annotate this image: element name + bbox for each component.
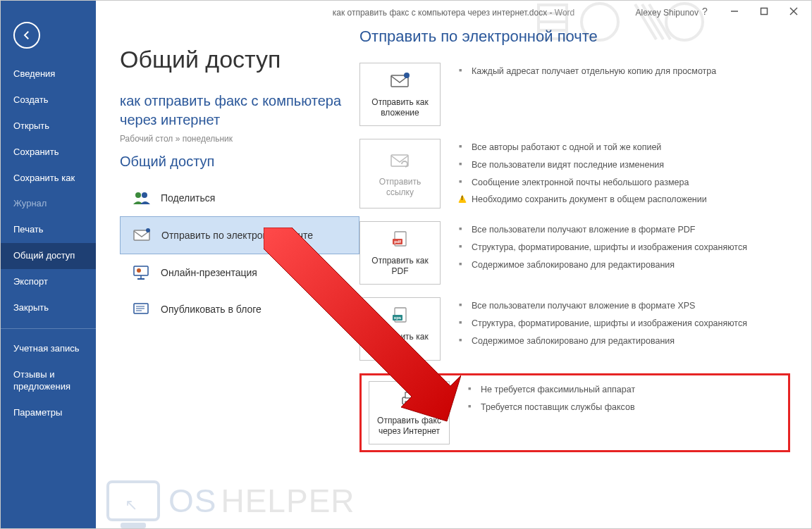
sidebar-item-close[interactable]: Закрыть <box>1 295 96 321</box>
minimize-button[interactable] <box>720 1 749 22</box>
people-icon-wrap <box>130 189 154 206</box>
bullet-item: Все пользователи видят последние изменен… <box>459 156 790 174</box>
share-option-online[interactable]: Онлайн-презентация <box>120 254 359 291</box>
send-option-row-fax: Отправить факс через ИнтернетНе требуетс… <box>359 373 790 452</box>
bullet-item: Содержимое заблокировано для редактирова… <box>459 256 790 274</box>
svg-text:pdf: pdf <box>394 239 401 244</box>
sidebar-item-account[interactable]: Учетная запись <box>1 336 96 362</box>
share-option-label: Поделиться <box>161 192 215 204</box>
bullet-warning: Необходимо сохранить документ в общем ра… <box>459 191 790 209</box>
svg-rect-24 <box>391 155 408 166</box>
presentation-icon <box>132 265 152 280</box>
maximize-icon <box>760 7 768 15</box>
bullet-item: Структура, форматирование, шрифты и изоб… <box>459 315 790 332</box>
user-name[interactable]: Alexey Shipunov <box>636 8 699 18</box>
sidebar-item-save[interactable]: Сохранить <box>1 139 96 166</box>
titlebar: как отправить факс с компьютера через ин… <box>96 1 811 25</box>
blog-icon-wrap <box>130 301 154 318</box>
sidebar-item-new[interactable]: Создать <box>1 87 96 113</box>
page-title: Общий доступ <box>120 46 359 73</box>
title-separator: - <box>547 8 555 18</box>
sidebar-item-export[interactable]: Экспорт <box>1 269 96 295</box>
svg-text:xps: xps <box>393 316 401 320</box>
send-option-row-attach: Отправить как вложениеКаждый адресат пол… <box>359 63 790 126</box>
sidebar-item-info[interactable]: Сведения <box>1 61 96 87</box>
share-option-label: Онлайн-презентация <box>161 267 257 278</box>
svg-rect-7 <box>761 8 768 15</box>
send-tile-link: Отправить ссылку <box>359 139 441 209</box>
send-option-bullets: Все пользователи получают вложение в фор… <box>459 221 790 285</box>
backstage-sidebar: СведенияСоздатьОткрытьСохранитьСохранить… <box>1 1 96 528</box>
maximize-button[interactable] <box>749 1 779 22</box>
help-button[interactable]: ? <box>690 1 720 22</box>
bullet-item: Структура, форматирование, шрифты и изоб… <box>459 239 790 256</box>
svg-rect-32 <box>405 392 414 398</box>
app-name: Word <box>555 8 574 18</box>
svg-point-34 <box>413 399 415 401</box>
envelope-attachment-icon <box>389 72 412 90</box>
bullet-item: Не требуется факсимильный аппарат <box>468 381 781 399</box>
send-tile-fax[interactable]: Отправить факс через Интернет <box>369 381 450 444</box>
people-icon <box>132 190 152 206</box>
svg-rect-14 <box>134 266 148 275</box>
share-option-label: Отправить по электронной почте <box>161 230 313 241</box>
send-tile-label: Отправить как XPS <box>366 332 434 353</box>
right-pane-title: Отправить по электронной почте <box>359 27 790 46</box>
fax-printer-icon <box>398 390 421 409</box>
send-option-bullets: Не требуется факсимильный аппаратТребует… <box>468 381 781 444</box>
send-option-bullets: Каждый адресат получает отдельную копию … <box>459 63 790 126</box>
bullet-item: Все авторы работают с одной и той же коп… <box>459 139 790 156</box>
share-option-blog[interactable]: Опубликовать в блоге <box>120 291 359 328</box>
share-option-label: Опубликовать в блоге <box>161 304 262 315</box>
minimize-icon <box>730 7 739 15</box>
sidebar-item-print[interactable]: Печать <box>1 217 96 243</box>
document-name: как отправить факс с компьютера через ин… <box>120 92 359 130</box>
envelope-attachment-icon <box>133 228 152 243</box>
sidebar-item-saveas[interactable]: Сохранить как <box>1 166 96 192</box>
doc-title: как отправить факс с компьютера через ин… <box>333 8 547 18</box>
send-option-bullets: Все авторы работают с одной и той же коп… <box>459 139 790 209</box>
back-button[interactable] <box>13 22 40 49</box>
bullet-item: Каждый адресат получает отдельную копию … <box>459 63 790 80</box>
bullet-item: Содержимое заблокировано для редактирова… <box>459 332 790 350</box>
send-tile-label: Отправить как вложение <box>366 97 434 118</box>
email-icon-wrap <box>130 227 154 244</box>
send-option-row-link: Отправить ссылкуВсе авторы работают с од… <box>359 139 790 209</box>
envelope-link-icon <box>389 151 412 170</box>
xps-file-icon: xps <box>389 306 412 325</box>
share-option-email[interactable]: Отправить по электронной почте <box>120 216 359 254</box>
back-arrow-icon <box>20 29 33 42</box>
close-icon <box>789 7 798 15</box>
sidebar-item-options[interactable]: Параметры <box>1 400 96 426</box>
bullet-item: Сообщение электронной почты небольшого р… <box>459 174 790 192</box>
share-option-people[interactable]: Поделиться <box>120 180 359 216</box>
sidebar-item-share[interactable]: Общий доступ <box>1 243 96 269</box>
breadcrumb: Рабочий стол » понедельник <box>120 134 359 144</box>
bullet-item: Все пользователи получают вложение в фор… <box>459 297 790 315</box>
online-icon-wrap <box>130 264 154 281</box>
svg-point-23 <box>404 73 410 78</box>
svg-point-10 <box>135 192 141 198</box>
send-option-bullets: Все пользователи получают вложение в фор… <box>459 297 790 361</box>
send-tile-pdf[interactable]: pdfОтправить как PDF <box>359 221 441 285</box>
send-option-row-pdf: pdfОтправить как PDFВсе пользователи пол… <box>359 221 790 285</box>
send-tile-label: Отправить факс через Интернет <box>375 416 443 437</box>
svg-point-15 <box>137 268 141 273</box>
send-tile-label: Отправить как PDF <box>366 256 434 277</box>
blog-icon <box>132 301 152 317</box>
share-section-label: Общий доступ <box>120 154 359 170</box>
send-tile-xps[interactable]: xpsОтправить как XPS <box>359 297 441 361</box>
svg-rect-33 <box>405 402 414 406</box>
sidebar-item-history[interactable]: Журнал <box>1 191 96 217</box>
sidebar-item-feedback[interactable]: Отзывы и предложения <box>1 362 96 400</box>
close-button[interactable] <box>779 1 808 22</box>
sidebar-separator <box>1 328 96 329</box>
send-option-row-xps: xpsОтправить как XPSВсе пользователи пол… <box>359 297 790 361</box>
svg-point-11 <box>142 192 147 198</box>
bullet-item: Требуется поставщик службы факсов <box>468 399 781 416</box>
bullet-item: Все пользователи получают вложение в фор… <box>459 221 790 239</box>
sidebar-item-open[interactable]: Открыть <box>1 113 96 139</box>
send-tile-attach[interactable]: Отправить как вложение <box>359 63 441 126</box>
svg-point-13 <box>146 228 150 232</box>
pdf-file-icon: pdf <box>389 230 412 249</box>
